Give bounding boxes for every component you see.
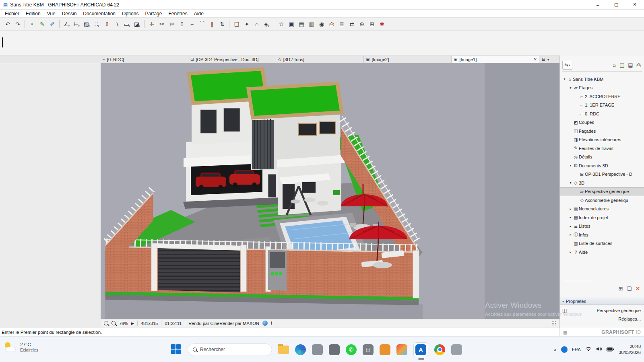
taskbar-app-edge[interactable] [295, 344, 306, 355]
pick-up-parameters-icon[interactable]: ✐ [47, 19, 57, 29]
tab-image2[interactable]: ▣ [Image2] [364, 56, 452, 63]
properties-header[interactable]: ▾ Propriétés [560, 298, 644, 305]
gravity-icon[interactable]: ⇩ [102, 19, 112, 29]
trim-icon[interactable]: ✄ [167, 19, 177, 29]
nav-item-project-root[interactable]: ▾ ⌂ Sans Titre KBM [560, 75, 644, 84]
taskbar-app-generic-2[interactable] [329, 344, 340, 355]
design-options-icon[interactable]: ◈▾ [262, 19, 272, 29]
tree-expand-arrow[interactable]: ▾ [562, 77, 567, 81]
taskbar-app-generic-3[interactable]: ▤ [363, 344, 374, 355]
tree-expand-arrow[interactable]: ▾ [568, 86, 573, 90]
find-select-icon[interactable]: ◉ [316, 19, 326, 29]
stamp-icon[interactable]: ⊛ [357, 19, 367, 29]
wifi-icon[interactable] [585, 346, 592, 353]
nav-item-feuilles-de-travail[interactable]: ✎ Feuilles de travail [560, 144, 644, 153]
nav-item-1er-etage[interactable]: ⌐ 1. 1ER ETAGE [560, 101, 644, 110]
nav-item-rdc[interactable]: ⌐ 0. RDC [560, 109, 644, 118]
tab-overview-icon[interactable]: ⊟ [542, 57, 545, 62]
expand-arrow-icon[interactable]: ▶ [131, 321, 134, 325]
menu-vue[interactable]: Vue [44, 10, 59, 18]
project-chooser-button[interactable]: ⇆ ▸ [562, 61, 572, 70]
hatch-icon[interactable]: ▨▾ [82, 19, 92, 29]
dimension-icon[interactable]: ⊢▾ [72, 19, 82, 29]
guide-line-icon[interactable]: ∠▾ [62, 19, 72, 29]
layers-icon[interactable]: ≣ [336, 19, 347, 29]
layout-book-icon[interactable]: ▤ [628, 62, 633, 68]
taskbar-app-archicad-active[interactable]: A [413, 342, 428, 357]
nav-item-nomenclatures[interactable]: ▸ ▦ Nomenclatures [560, 205, 644, 214]
element-list-icon[interactable]: ▥ [306, 19, 316, 29]
pencil-icon[interactable]: ✎ [37, 19, 47, 29]
menu-dessin[interactable]: Dessin [59, 10, 80, 18]
undo-icon[interactable]: ↶ [2, 19, 12, 29]
publisher-sets-icon[interactable]: ⎙ [637, 62, 641, 68]
split-icon[interactable]: ∥ [207, 19, 217, 29]
taskbar-app-chrome[interactable] [434, 344, 445, 355]
info-icon[interactable]: i [271, 320, 272, 326]
nav-item-perspective-generique[interactable]: ▱ Perspective générique [560, 187, 644, 196]
navigator-new-viewpoint-icon[interactable]: ⊞ [619, 286, 623, 292]
scissors-icon[interactable]: ✂ [157, 19, 167, 29]
taskbar-search[interactable]: Rechercher [188, 343, 272, 356]
tab-close-icon[interactable]: ✕ [534, 57, 537, 62]
taskbar-weather-widget[interactable]: 27°C Eclaircies [4, 341, 38, 353]
nav-item-liste-de-surfaces[interactable]: ▥ Liste de surfaces [560, 239, 644, 248]
minimize-button[interactable]: – [588, 0, 607, 10]
tray-app-icon[interactable] [561, 346, 568, 353]
tab-dropdown-icon[interactable]: ▾ [547, 57, 549, 62]
tray-language[interactable]: FRA [572, 347, 581, 352]
nav-item-coupes[interactable]: ◩ Coupes [560, 118, 644, 127]
library-manager-icon[interactable]: ⊞ [367, 19, 377, 29]
publisher-icon[interactable]: ⎙ [326, 19, 336, 29]
render-3d-viewport[interactable] [101, 63, 559, 319]
navigator-clone-icon[interactable]: ❏ [627, 286, 632, 292]
battery-icon[interactable] [607, 346, 614, 353]
menu-fenetres[interactable]: Fenêtres [165, 10, 190, 18]
slope-guide-icon[interactable]: ∖ [112, 19, 122, 29]
zoom-in-icon[interactable] [104, 321, 108, 325]
menu-fichier[interactable]: Fichier [2, 10, 23, 18]
tree-expand-arrow[interactable]: ▾ [568, 181, 573, 185]
nav-item-aide[interactable]: ▸ ? Aide [560, 248, 644, 257]
redo-icon[interactable]: ↷ [12, 19, 23, 29]
start-button[interactable] [171, 344, 182, 355]
corner-icon[interactable]: ⌐ [187, 19, 197, 29]
taskbar-app-generic-1[interactable] [312, 344, 323, 355]
nav-item-index-de-projet[interactable]: ▸ ▤ Index de projet [560, 213, 644, 222]
tree-expand-arrow[interactable]: ▸ [568, 216, 573, 219]
project-map-icon[interactable]: ⌂ [613, 62, 616, 68]
nav-item-documents-3d[interactable]: ▾ ⊡ Documents 3D [560, 161, 644, 170]
taskbar-app-files-orange[interactable] [380, 344, 390, 355]
image-tool-icon[interactable]: ▣ [286, 19, 296, 29]
tab-0-rdc[interactable]: ⌐ [0. RDC] [101, 56, 188, 63]
nav-item-etages[interactable]: ▾ ▱ Etages [560, 84, 644, 93]
volume-icon[interactable] [596, 346, 602, 353]
resize-grip[interactable] [551, 321, 556, 326]
zoom-fit-icon[interactable] [111, 321, 116, 325]
renovation-icon[interactable]: ⌂ [252, 19, 262, 29]
taskbar-app-photos[interactable] [396, 344, 407, 355]
modify-icon[interactable]: ◪▾ [132, 19, 142, 29]
tray-clock[interactable]: 20:48 30/03/2026 [619, 343, 641, 356]
menu-documentation[interactable]: Documentation [80, 10, 119, 18]
tree-expand-arrow[interactable]: ▸ [568, 233, 573, 237]
nav-item-elevations-interieures[interactable]: ◨ Elévations intérieures [560, 136, 644, 144]
navigator-close-icon[interactable]: ✕ [636, 286, 640, 292]
zoom-to-selection-icon[interactable]: ⌖ [27, 19, 37, 29]
nav-item-3d[interactable]: ▾ ◇ 3D [560, 179, 644, 187]
menu-aide[interactable]: Aide [191, 10, 207, 18]
tree-expand-arrow[interactable]: ▾ [568, 164, 573, 167]
graphisoft-brand[interactable]: GRAPHISOFT [601, 329, 634, 335]
tree-expand-arrow[interactable]: ▸ [568, 250, 573, 254]
tray-chevron-icon[interactable]: ∧ [554, 348, 557, 352]
tab-image1[interactable]: ▣ [Image1] ✕ [452, 56, 539, 63]
critical-settings-icon[interactable]: ✱ [377, 19, 387, 29]
nav-item-op-3d1[interactable]: ⊞ OP-3D1 Perspective - D [560, 170, 644, 179]
tree-expand-arrow[interactable]: ▸ [568, 224, 573, 228]
tab-op-3d1-perspective[interactable]: ⊡ [OP-3D1 Perspective - Doc. 3D] [188, 56, 276, 63]
taskbar-app-generic-4[interactable] [451, 344, 462, 355]
tab-3d-tous[interactable]: ◇ [3D / Tous] [276, 56, 364, 63]
drag-icon[interactable]: ✛ [147, 19, 157, 29]
close-button[interactable]: ✕ [625, 0, 644, 10]
marquee-icon[interactable]: ▭▾ [122, 19, 132, 29]
